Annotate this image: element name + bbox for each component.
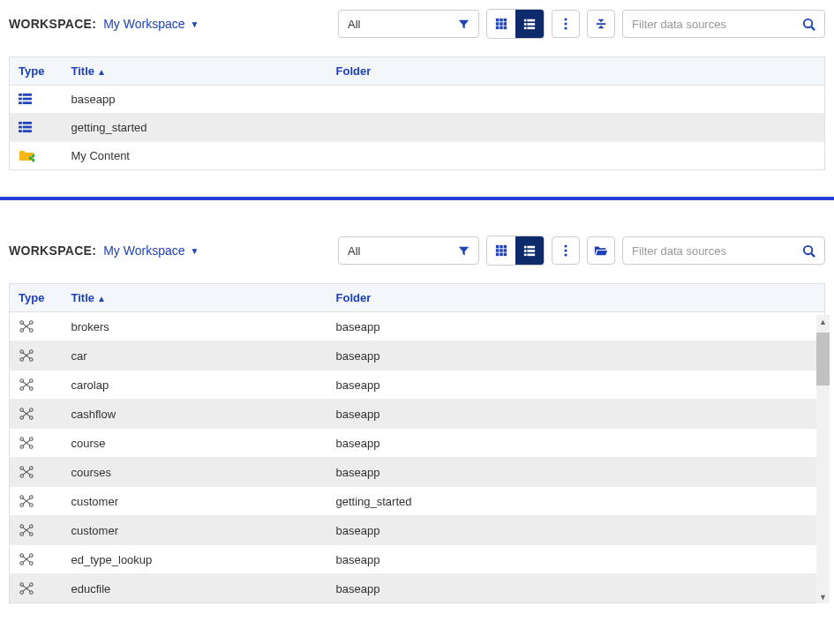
cell-folder: baseapp [327, 574, 825, 603]
svg-point-112 [30, 583, 34, 587]
column-header-type[interactable]: Type [10, 57, 63, 86]
table-row[interactable]: educfilebaseapp [10, 574, 825, 603]
cell-type [10, 429, 63, 458]
svg-rect-48 [524, 250, 527, 252]
caret-down-icon: ▼ [191, 19, 199, 29]
workspace-dropdown[interactable]: My Workspace ▼ [103, 17, 199, 31]
search-input[interactable] [632, 244, 802, 258]
svg-point-81 [20, 438, 24, 441]
filter-type-select[interactable]: All [338, 10, 479, 38]
svg-rect-2 [504, 19, 507, 22]
more-options-button[interactable] [552, 10, 580, 38]
workspace-label: WORKSPACE: [9, 243, 96, 258]
view-list-button[interactable] [515, 236, 544, 265]
scrollbar-track[interactable]: ▲ ▼ [816, 315, 830, 603]
table-row[interactable]: carolapbaseapp [10, 371, 825, 400]
cell-folder: getting_started [327, 487, 825, 516]
svg-rect-31 [23, 130, 32, 132]
svg-point-17 [564, 26, 567, 29]
table-row[interactable]: ed_type_lookupbaseapp [10, 545, 825, 574]
cell-type [10, 341, 63, 371]
svg-rect-26 [19, 122, 22, 124]
table-row[interactable]: getting_started [10, 114, 825, 142]
cell-title: baseapp [63, 86, 327, 114]
svg-point-100 [30, 525, 34, 528]
more-options-button[interactable] [552, 236, 580, 265]
svg-rect-7 [500, 26, 503, 30]
svg-rect-43 [496, 253, 500, 257]
view-grid-button[interactable] [487, 236, 515, 265]
cell-type [10, 516, 63, 545]
cell-title: customer [63, 487, 327, 516]
svg-rect-49 [527, 250, 535, 252]
svg-point-59 [20, 329, 24, 333]
search-box[interactable] [622, 10, 825, 38]
cell-folder: baseapp [327, 341, 825, 371]
table-scroll-area: Type Title▲ Folder brokersbaseappcarbase… [9, 283, 825, 603]
svg-point-94 [30, 496, 34, 499]
synapse-icon [19, 552, 54, 566]
svg-rect-10 [527, 19, 535, 22]
table-row[interactable]: carbaseapp [10, 341, 825, 371]
svg-point-75 [20, 408, 24, 412]
search-input[interactable] [632, 18, 802, 31]
table-row[interactable]: brokersbaseapp [10, 312, 825, 341]
collapse-button[interactable] [587, 10, 615, 38]
workspace-name: My Workspace [103, 17, 184, 31]
svg-rect-21 [23, 94, 32, 96]
cell-folder: baseapp [327, 458, 825, 487]
svg-point-18 [804, 19, 812, 26]
table-row[interactable]: customerbaseapp [10, 516, 825, 545]
table-row[interactable]: My Content [10, 142, 825, 170]
svg-point-16 [564, 22, 567, 25]
cell-title: ed_type_lookup [63, 545, 327, 574]
scroll-down-icon[interactable]: ▼ [816, 590, 830, 603]
synapse-icon [19, 407, 54, 421]
synapse-icon [19, 494, 54, 508]
table-row[interactable]: customergetting_started [10, 487, 825, 516]
table-row[interactable]: cashflowbaseapp [10, 400, 825, 429]
column-header-folder[interactable]: Folder [327, 57, 825, 86]
column-header-type[interactable]: Type [10, 284, 63, 312]
search-box[interactable] [622, 236, 825, 265]
scroll-up-icon[interactable]: ▲ [816, 315, 830, 328]
cell-title: getting_started [63, 114, 327, 142]
svg-rect-3 [496, 22, 500, 26]
workspace-name: My Workspace [103, 243, 184, 258]
cell-folder: baseapp [327, 545, 825, 574]
folder-open-button[interactable] [587, 236, 615, 265]
svg-point-60 [30, 329, 34, 333]
svg-point-71 [20, 387, 24, 391]
cell-folder [327, 142, 825, 170]
svg-point-77 [20, 416, 24, 420]
svg-rect-11 [524, 23, 527, 26]
filter-type-select[interactable]: All [338, 236, 479, 265]
search-icon[interactable] [802, 18, 815, 31]
column-header-title[interactable]: Title▲ [63, 284, 327, 312]
svg-line-19 [811, 26, 815, 30]
table-row[interactable]: baseapp [10, 86, 825, 114]
column-header-title[interactable]: Title▲ [63, 57, 327, 86]
cell-type [10, 114, 63, 142]
cell-title: educfile [63, 574, 327, 603]
table-row[interactable]: coursesbaseapp [10, 458, 825, 487]
view-list-button[interactable] [515, 10, 544, 38]
panel-top: WORKSPACE: My Workspace ▼ All [0, 0, 834, 179]
column-header-folder[interactable]: Folder [327, 284, 825, 312]
section-divider [0, 197, 834, 200]
scrollbar-thumb[interactable] [816, 333, 830, 386]
sort-asc-icon: ▲ [97, 294, 106, 303]
svg-point-53 [564, 249, 567, 251]
view-grid-button[interactable] [487, 10, 515, 38]
list-icon [19, 122, 54, 133]
svg-point-72 [30, 387, 34, 391]
synapse-icon [19, 436, 54, 450]
svg-rect-0 [496, 19, 500, 22]
synapse-icon [19, 378, 54, 392]
cell-title: course [63, 429, 327, 458]
workspace-label: WORKSPACE: [9, 17, 96, 31]
workspace-dropdown[interactable]: My Workspace ▼ [103, 243, 199, 258]
search-icon[interactable] [802, 244, 815, 258]
table-row[interactable]: coursebaseapp [10, 429, 825, 458]
svg-rect-8 [504, 26, 507, 30]
